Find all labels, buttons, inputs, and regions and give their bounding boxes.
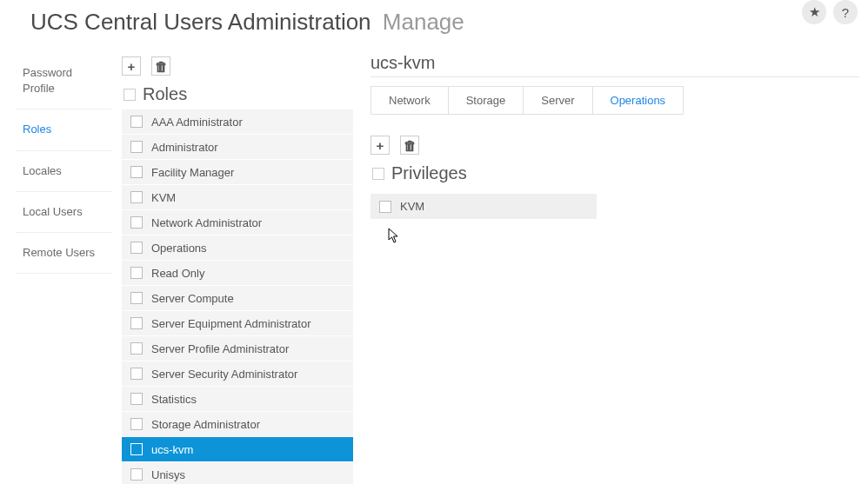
role-item[interactable]: Administrator [122, 135, 353, 160]
page-subtitle: Manage [383, 9, 464, 35]
detail-tabs: NetworkStorageServerOperations [371, 86, 684, 115]
roles-list: AAA AdministratorAdministratorFacility M… [122, 109, 353, 484]
detail-panel: ucs-kvm NetworkStorageServerOperations +… [371, 53, 868, 484]
role-checkbox[interactable] [130, 216, 143, 229]
role-label: Unisys [151, 468, 185, 481]
privilege-item[interactable]: KVM [371, 194, 597, 219]
page-header: UCS Central Users Administration Manage [0, 0, 868, 53]
sidebar-item-roles[interactable]: Roles [16, 109, 111, 150]
sidebar-item-label: Roles [23, 123, 51, 136]
sidebar-item-local-users[interactable]: Local Users [16, 192, 111, 233]
star-icon: ★ [809, 4, 820, 20]
role-item[interactable]: Network Administrator [122, 210, 353, 235]
role-label: Statistics [151, 393, 197, 406]
role-item[interactable]: AAA Administrator [122, 109, 353, 135]
roles-title: Roles [143, 84, 187, 104]
role-checkbox[interactable] [130, 191, 143, 203]
role-label: Operations [151, 242, 207, 255]
role-item[interactable]: KVM [122, 185, 353, 210]
sidebar-item-label: Password Profile [23, 66, 72, 95]
sidebar-item-password-profile[interactable]: Password Profile [16, 53, 111, 109]
role-label: Storage Administrator [151, 418, 260, 431]
role-item[interactable]: Server Profile Administrator [122, 336, 353, 361]
privileges-title: Privileges [391, 163, 467, 183]
role-label: Server Compute [151, 292, 234, 305]
role-label: Facility Manager [151, 166, 234, 179]
tab-network[interactable]: Network [371, 87, 449, 114]
add-privilege-button[interactable]: + [371, 136, 390, 155]
sidebar-item-label: Local Users [23, 205, 83, 218]
delete-privilege-button[interactable]: 🗑 [400, 136, 419, 155]
role-item[interactable]: Operations [122, 235, 353, 261]
role-checkbox[interactable] [130, 267, 143, 279]
role-checkbox[interactable] [130, 418, 143, 430]
sidebar-item-label: Locales [23, 164, 62, 177]
delete-role-button[interactable]: 🗑 [151, 56, 170, 76]
role-item[interactable]: Storage Administrator [122, 412, 353, 437]
page-title: UCS Central Users Administration [30, 9, 371, 35]
detail-title: ucs-kvm [371, 53, 859, 77]
role-item[interactable]: Read Only [122, 261, 353, 286]
role-checkbox[interactable] [130, 292, 143, 304]
plus-icon: + [128, 59, 136, 74]
role-item[interactable]: ucs-kvm [122, 437, 353, 462]
privilege-checkbox[interactable] [379, 201, 391, 213]
roles-panel: + 🗑 Roles AAA AdministratorAdministrator… [122, 53, 353, 484]
role-label: KVM [151, 191, 176, 204]
sidebar-item-locales[interactable]: Locales [16, 151, 111, 192]
role-checkbox[interactable] [130, 368, 143, 380]
sidebar-item-remote-users[interactable]: Remote Users [16, 233, 111, 274]
role-checkbox[interactable] [130, 141, 143, 153]
help-icon: ? [842, 5, 849, 20]
role-item[interactable]: Server Compute [122, 286, 353, 311]
add-role-button[interactable]: + [122, 56, 141, 76]
privileges-select-all-checkbox[interactable] [372, 168, 384, 180]
role-checkbox[interactable] [130, 393, 143, 405]
privileges-list: KVM [371, 194, 859, 219]
role-item[interactable]: Unisys [122, 462, 353, 484]
tab-storage[interactable]: Storage [449, 87, 524, 114]
role-label: Network Administrator [151, 216, 262, 229]
role-item[interactable]: Statistics [122, 387, 353, 412]
role-checkbox[interactable] [130, 468, 143, 481]
tab-operations[interactable]: Operations [593, 87, 684, 114]
plus-icon: + [377, 138, 384, 153]
role-checkbox[interactable] [130, 342, 143, 355]
role-item[interactable]: Facility Manager [122, 160, 353, 185]
role-label: Server Equipment Administrator [151, 317, 311, 330]
role-label: AAA Administrator [151, 116, 243, 129]
trash-icon: 🗑 [404, 138, 417, 153]
sidebar-item-label: Remote Users [23, 246, 95, 259]
roles-toolbar: + 🗑 [122, 53, 353, 79]
trash-icon: 🗑 [155, 59, 168, 74]
tab-server[interactable]: Server [524, 87, 592, 114]
sidebar: Password ProfileRolesLocalesLocal UsersR… [16, 53, 111, 484]
privileges-toolbar: + 🗑 [371, 132, 859, 158]
help-button[interactable]: ? [833, 0, 858, 24]
role-label: Read Only [151, 267, 204, 280]
role-label: Administrator [151, 141, 218, 154]
role-label: ucs-kvm [151, 443, 193, 456]
role-checkbox[interactable] [130, 116, 143, 128]
favorite-button[interactable]: ★ [802, 0, 826, 24]
roles-select-all-checkbox[interactable] [124, 89, 136, 101]
role-checkbox[interactable] [130, 166, 143, 178]
role-checkbox[interactable] [130, 443, 143, 455]
role-item[interactable]: Server Security Administrator [122, 361, 353, 387]
role-item[interactable]: Server Equipment Administrator [122, 311, 353, 336]
role-checkbox[interactable] [130, 242, 143, 254]
role-checkbox[interactable] [130, 317, 143, 329]
role-label: Server Profile Administrator [151, 342, 289, 355]
privilege-label: KVM [400, 200, 424, 213]
role-label: Server Security Administrator [151, 368, 297, 381]
roles-title-row: Roles [122, 79, 353, 109]
privileges-title-row: Privileges [371, 158, 859, 189]
